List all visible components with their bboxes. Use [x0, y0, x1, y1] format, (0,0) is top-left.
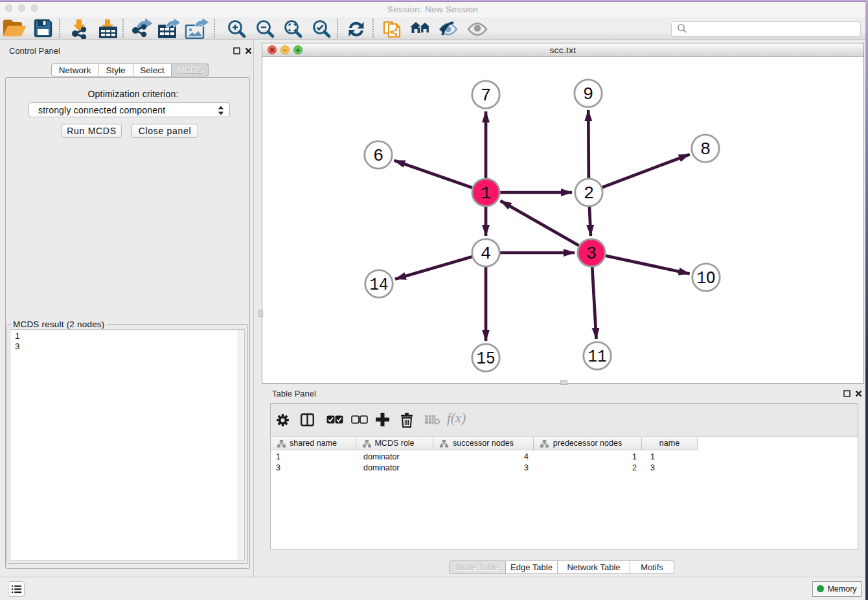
svg-text:1: 1	[481, 184, 491, 203]
svg-text:1O: 1O	[697, 269, 716, 288]
svg-text:4: 4	[481, 244, 491, 264]
svg-text:2: 2	[584, 184, 594, 203]
svg-text:3: 3	[586, 244, 597, 264]
svg-text:9: 9	[583, 85, 593, 104]
svg-text:11: 11	[588, 347, 607, 367]
svg-text:6: 6	[373, 146, 383, 166]
svg-text:15: 15	[477, 349, 496, 369]
svg-text:14: 14	[370, 275, 389, 295]
svg-text:7: 7	[481, 86, 491, 106]
svg-text:8: 8	[700, 140, 711, 159]
